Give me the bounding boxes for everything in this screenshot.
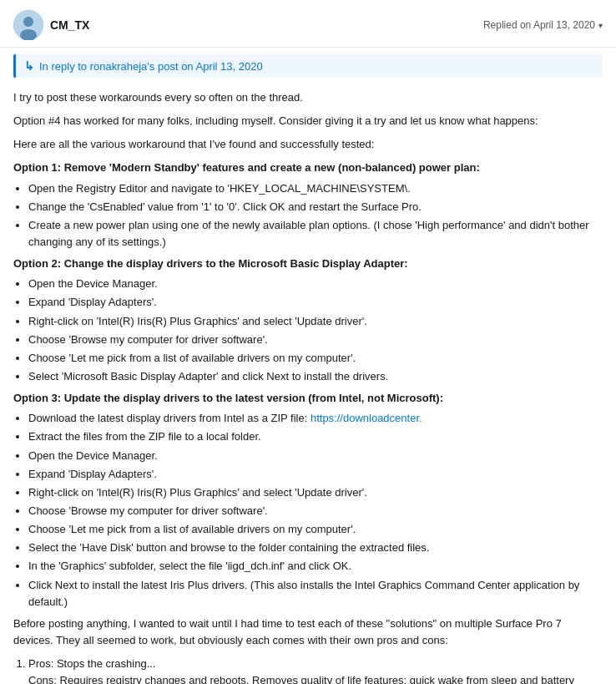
option3-heading: Option 3: Update the display drivers to … [13, 390, 603, 407]
before-para: Before posting anything, I wanted to wai… [13, 616, 603, 649]
cons-1: Cons: Requires registry changes and rebo… [28, 674, 574, 684]
list-item: Choose 'Browse my computer for driver so… [28, 503, 603, 519]
post-container: CM_TX Replied on April 13, 2020 ▾ ↳ In r… [0, 0, 616, 684]
download-link[interactable]: https://downloadcenter. [311, 412, 422, 424]
list-item: Create a new power plan using one of the… [28, 217, 603, 251]
post-body: I try to post these workarounds every so… [0, 86, 616, 684]
list-item: Open the Device Manager. [28, 276, 603, 292]
list-item: Choose 'Let me pick from a list of avail… [28, 521, 603, 538]
post-header: CM_TX Replied on April 13, 2020 ▾ [0, 0, 616, 48]
intro-3: Here are all the various workaround that… [13, 136, 603, 153]
option2-heading: Option 2: Change the display drivers to … [13, 256, 603, 272]
option3-list: Download the latest display drivers from… [28, 410, 603, 611]
list-item: Choose 'Browse my computer for driver so… [28, 332, 603, 348]
avatar-svg [13, 10, 43, 40]
option1-heading: Option 1: Remove 'Modern Standby' featur… [13, 160, 603, 176]
list-item: Expand 'Display Adapters'. [28, 466, 603, 483]
list-item: Pros: Stops the crashing... Cons: Requir… [28, 656, 603, 684]
list-item: Right-click on 'Intel(R) Iris(R) Plus Gr… [28, 313, 603, 330]
list-item: Select the 'Have Disk' button and browse… [28, 540, 603, 556]
option1-list: Open the Registry Editor and navigate to… [28, 180, 603, 251]
list-item: Change the 'CsEnabled' value from '1' to… [28, 199, 603, 215]
list-item: Download the latest display drivers from… [28, 410, 603, 427]
list-item: Click Next to install the latest Iris Pl… [28, 577, 603, 611]
reply-arrow-icon: ↳ [24, 59, 34, 73]
list-item: Extract the files from the ZIP file to a… [28, 428, 603, 445]
in-reply-text[interactable]: In reply to ronakraheja's post on April … [39, 60, 263, 73]
svg-point-1 [23, 17, 33, 27]
list-item: Expand 'Display Adapters'. [28, 294, 603, 311]
list-item: Open the Device Manager. [28, 448, 603, 464]
avatar [13, 10, 43, 40]
pros-cons-list: Pros: Stops the crashing... Cons: Requir… [28, 656, 603, 684]
intro-2: Option #4 has worked for many folks, inc… [13, 113, 603, 129]
option2-list: Open the Device Manager. Expand 'Display… [28, 276, 603, 385]
list-item: In the 'Graphics' subfolder, select the … [28, 558, 603, 575]
list-item: Right-click on 'Intel(R) Iris(R) Plus Gr… [28, 484, 603, 501]
list-item: Open the Registry Editor and navigate to… [28, 180, 603, 197]
replied-info: Replied on April 13, 2020 ▾ [483, 19, 603, 31]
header-left: CM_TX [13, 10, 89, 40]
chevron-down-icon[interactable]: ▾ [598, 21, 603, 30]
list-item: Select 'Microsoft Basic Display Adapter'… [28, 368, 603, 385]
username: CM_TX [50, 18, 89, 32]
in-reply-bar: ↳ In reply to ronakraheja's post on Apri… [13, 54, 603, 78]
list-item: Choose 'Let me pick from a list of avail… [28, 350, 603, 367]
pros-1: Pros: Stops the crashing... [28, 657, 155, 670]
replied-label: Replied on April 13, 2020 [483, 19, 595, 31]
intro-1: I try to post these workarounds every so… [13, 89, 603, 106]
